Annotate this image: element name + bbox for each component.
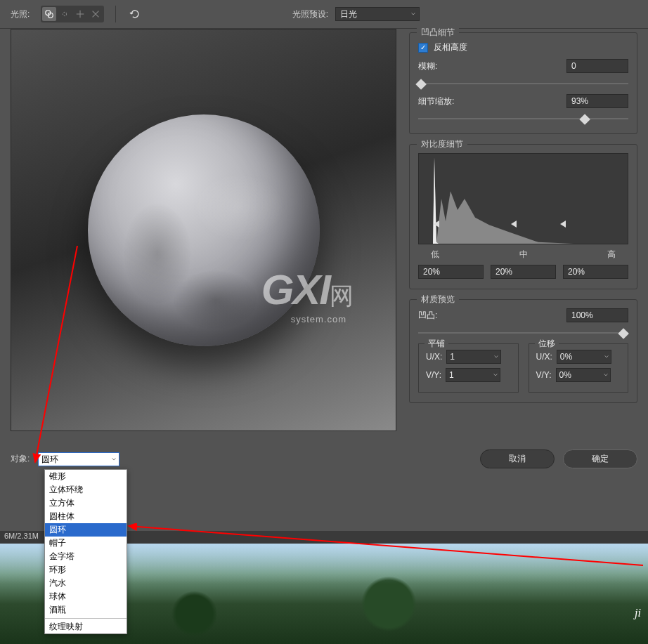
invert-height-checkbox[interactable]: ✓: [418, 43, 428, 53]
offset-ux-label: U/X:: [536, 352, 552, 362]
lighting-label: 光照:: [11, 8, 30, 20]
light-tool-4[interactable]: [89, 7, 103, 21]
detail-scale-slider[interactable]: [418, 114, 628, 124]
tile-vy-label: V/Y:: [426, 370, 441, 380]
corner-text: ji: [635, 607, 641, 619]
hist-low-label: 低: [431, 249, 439, 261]
blur-label: 模糊:: [418, 60, 437, 72]
tile-ux-label: U/X:: [426, 352, 442, 362]
tile-vy-select[interactable]: 1: [446, 368, 500, 382]
dropdown-item[interactable]: 汽水: [45, 577, 127, 590]
offset-title: 位移: [535, 338, 559, 350]
ok-button[interactable]: 确定: [563, 449, 637, 468]
dropdown-item[interactable]: 圆柱体: [45, 510, 127, 523]
tile-title: 平铺: [425, 338, 448, 350]
light-tool-2[interactable]: [58, 7, 72, 21]
detail-scale-label: 细节缩放:: [418, 96, 454, 107]
dropdown-item[interactable]: 酒瓶: [45, 603, 127, 617]
object-select[interactable]: 圆环: [38, 452, 119, 466]
object-dropdown[interactable]: 锥形立体环绕立方体圆柱体圆环帽子金字塔环形汽水球体酒瓶纹理映射: [44, 469, 127, 634]
detail-scale-input[interactable]: [566, 94, 628, 108]
cancel-button[interactable]: 取消: [480, 449, 555, 468]
dropdown-item[interactable]: 球体: [45, 590, 127, 603]
histogram[interactable]: [418, 153, 628, 244]
dropdown-item[interactable]: 金字塔: [45, 550, 127, 563]
preview-object: [88, 114, 320, 346]
dropdown-item[interactable]: 环形: [45, 563, 127, 577]
divider: [115, 6, 116, 22]
invert-height-label: 反相高度: [434, 41, 467, 53]
light-tool-3[interactable]: [73, 7, 87, 21]
blur-slider[interactable]: [418, 79, 628, 88]
lighting-tools: [41, 6, 104, 22]
contrast-detail-group: 对比度细节 低 中 高: [409, 144, 637, 289]
offset-group: 位移 U/X: 0% V/Y: 0%: [529, 343, 629, 393]
group-title: 对比度细节: [417, 138, 467, 150]
dropdown-item[interactable]: 纹理映射: [45, 620, 127, 633]
group-title: 材质预览: [417, 294, 459, 305]
contrast-mid-input[interactable]: [491, 265, 556, 279]
offset-vy-label: V/Y:: [536, 370, 552, 380]
dropdown-item[interactable]: 帽子: [45, 537, 127, 550]
bump-amount-slider[interactable]: [418, 328, 628, 338]
dropdown-item[interactable]: 圆环: [45, 523, 127, 537]
offset-ux-select[interactable]: 0%: [557, 350, 611, 364]
undo-icon[interactable]: [127, 7, 141, 21]
material-preview-group: 材质预览 凹凸: 平铺 U/X: 1 V/Y: [409, 299, 637, 403]
blur-input[interactable]: [566, 59, 628, 73]
svg-point-2: [63, 12, 67, 15]
contrast-low-input[interactable]: [418, 265, 484, 279]
bump-detail-group: 凹凸细节 ✓ 反相高度 模糊: 细节缩放:: [409, 32, 637, 134]
hist-high-label: 高: [607, 249, 616, 261]
group-title: 凹凸细节: [417, 27, 459, 39]
dropdown-item[interactable]: 立方体: [45, 497, 127, 510]
offset-vy-select[interactable]: 0%: [556, 368, 611, 382]
preset-label: 光照预设:: [292, 8, 328, 20]
tile-group: 平铺 U/X: 1 V/Y: 1: [418, 343, 519, 393]
preset-select[interactable]: 日光: [335, 7, 420, 21]
contrast-high-input[interactable]: [563, 265, 628, 279]
light-tool-1[interactable]: [42, 7, 56, 21]
dropdown-item[interactable]: 锥形: [45, 470, 127, 483]
hist-mid-label: 中: [519, 249, 528, 261]
bump-amount-label: 凹凸:: [418, 310, 437, 322]
tile-ux-select[interactable]: 1: [446, 350, 501, 364]
dropdown-item[interactable]: 立体环绕: [45, 483, 127, 497]
object-label: 对象:: [11, 453, 30, 465]
preview-viewport[interactable]: GXI网 system.com: [11, 29, 396, 431]
bump-amount-input[interactable]: [566, 308, 628, 322]
